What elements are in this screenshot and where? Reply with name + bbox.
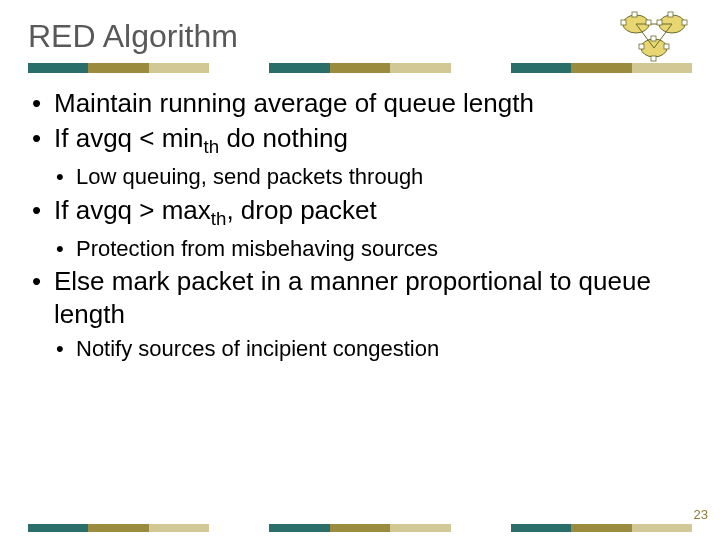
- svg-rect-9: [682, 20, 687, 25]
- bullet-4-1: Notify sources of incipient congestion: [28, 335, 692, 363]
- bullet-2-text-b: do nothing: [219, 123, 348, 153]
- page-number: 23: [694, 507, 708, 522]
- bullet-2-subscript: th: [204, 136, 220, 157]
- bullet-3-text-b: , drop packet: [226, 195, 376, 225]
- svg-rect-13: [664, 44, 669, 49]
- footer-stripe: [28, 524, 692, 532]
- bullet-3-1: Protection from misbehaving sources: [28, 235, 692, 263]
- bullet-2-text-a: If avgq < min: [54, 123, 204, 153]
- bullet-2: If avgq < minth do nothing: [28, 122, 692, 159]
- svg-rect-15: [651, 56, 656, 61]
- svg-rect-7: [646, 20, 651, 25]
- header-stripe: [28, 63, 692, 73]
- slide-title: RED Algorithm: [28, 18, 692, 55]
- svg-rect-12: [639, 44, 644, 49]
- bullet-2-1: Low queuing, send packets through: [28, 163, 692, 191]
- network-graphic-icon: [612, 10, 698, 64]
- svg-rect-14: [651, 36, 656, 41]
- bullet-3-text-a: If avgq > max: [54, 195, 211, 225]
- bullet-4: Else mark packet in a manner proportiona…: [28, 265, 692, 332]
- svg-rect-8: [657, 20, 662, 25]
- svg-rect-10: [632, 12, 637, 17]
- svg-rect-11: [668, 12, 673, 17]
- slide: RED Algorithm Maintain running average o…: [0, 0, 720, 540]
- svg-rect-6: [621, 20, 626, 25]
- bullet-3-subscript: th: [211, 208, 227, 229]
- slide-body: Maintain running average of queue length…: [28, 87, 692, 364]
- bullet-3: If avgq > maxth, drop packet: [28, 194, 692, 231]
- bullet-1: Maintain running average of queue length: [28, 87, 692, 120]
